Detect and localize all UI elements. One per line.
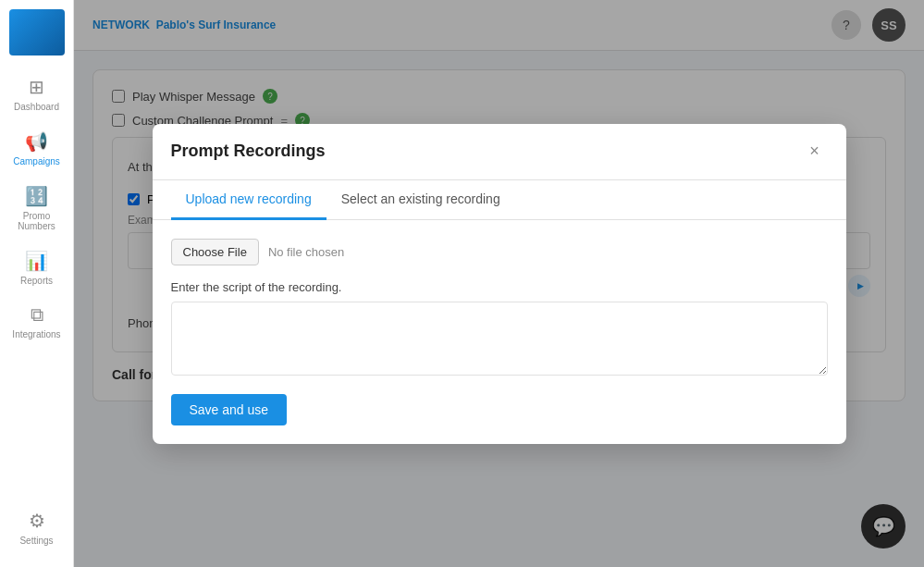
modal-overlay: Prompt Recordings × Upload new recording…	[74, 0, 924, 567]
sidebar-item-label: Dashboard	[14, 102, 59, 112]
script-label: Enter the script of the recording.	[171, 280, 828, 294]
modal-header: Prompt Recordings ×	[153, 124, 846, 180]
campaigns-icon: 📢	[25, 130, 48, 153]
modal-close-button[interactable]: ×	[802, 139, 828, 165]
modal-body: Choose File No file chosen Enter the scr…	[153, 220, 846, 444]
tab-upload-new-recording[interactable]: Upload new recording	[171, 180, 326, 220]
sidebar-item-label: Promo Numbers	[8, 211, 66, 231]
script-textarea[interactable]	[171, 302, 828, 376]
sidebar-item-label: Reports	[20, 276, 53, 286]
sidebar-item-integrations[interactable]: ⧉ Integrations	[5, 297, 69, 347]
integrations-icon: ⧉	[31, 304, 43, 326]
tab-upload-label: Upload new recording	[186, 191, 312, 206]
dashboard-icon: ⊞	[29, 76, 44, 98]
sidebar: ⊞ Dashboard 📢 Campaigns 🔢 Promo Numbers …	[0, 0, 74, 567]
sidebar-item-settings[interactable]: ⚙ Settings	[5, 502, 69, 553]
save-and-use-button[interactable]: Save and use	[171, 394, 288, 425]
promo-numbers-icon: 🔢	[25, 185, 48, 207]
main-content: NETWORK Pablo's Surf Insurance ? SS Play…	[74, 0, 924, 567]
no-file-text: No file chosen	[268, 245, 344, 259]
modal-tabs: Upload new recording Select an existing …	[153, 180, 846, 220]
modal-title: Prompt Recordings	[171, 142, 326, 161]
sidebar-item-dashboard[interactable]: ⊞ Dashboard	[5, 68, 69, 119]
settings-icon: ⚙	[29, 510, 45, 532]
reports-icon: 📊	[25, 250, 48, 272]
sidebar-item-campaigns[interactable]: 📢 Campaigns	[5, 123, 69, 174]
prompt-recordings-modal: Prompt Recordings × Upload new recording…	[153, 124, 846, 444]
tab-existing-label: Select an existing recording	[341, 191, 500, 206]
tab-select-existing-recording[interactable]: Select an existing recording	[326, 180, 515, 220]
sidebar-item-reports[interactable]: 📊 Reports	[5, 242, 69, 293]
file-row: Choose File No file chosen	[171, 239, 828, 265]
sidebar-item-promo-numbers[interactable]: 🔢 Promo Numbers	[5, 178, 69, 239]
choose-file-button[interactable]: Choose File	[171, 239, 259, 265]
sidebar-item-label: Campaigns	[13, 156, 60, 166]
sidebar-item-label: Settings	[19, 536, 53, 546]
sidebar-logo	[9, 9, 65, 55]
sidebar-item-label: Integrations	[12, 329, 60, 339]
